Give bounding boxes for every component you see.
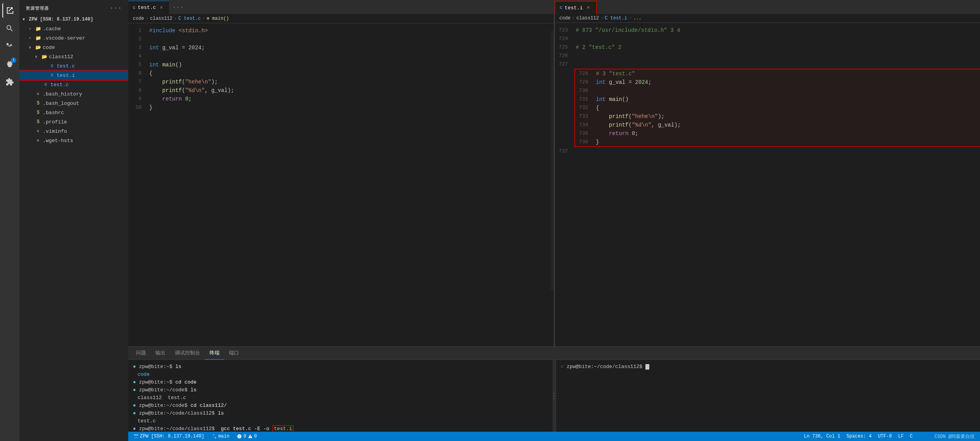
sidebar-item-viminfo[interactable]: ≡ .viminfo [19,127,128,136]
dollar-file-icon-2: $ [35,109,41,116]
test-c-2-label: test.c [51,82,69,88]
editor-split: code › class112 › C test.c › ⊕ main() [128,14,980,346]
status-watermark: CSDN @阿森要自信 [932,433,977,440]
status-line-ending[interactable]: LF [896,434,906,439]
tab-test-c-close[interactable]: × [158,5,164,11]
right-line-733: 733 printf("hehe\n"); [574,112,980,121]
left-tabs-more[interactable]: ··· [169,1,187,14]
term-line-8: test.c [133,417,548,425]
panel-content: ● zpw@bite:~$ ls code ● zpw@bite:~$ cd c… [128,360,980,432]
dollar-file-icon-1: $ [35,100,41,106]
warning-icon [248,434,253,439]
tab-test-c-icon: C [133,5,136,10]
sidebar-item-vscode-server[interactable]: › 📁 .vscode-server [19,33,128,43]
vscode-server-arrow: › [29,36,35,40]
sidebar-item-bashrc[interactable]: $ .bashrc [19,108,128,117]
right-code-editor[interactable]: 723 # 873 "/usr/include/stdio.h" 3 4 724… [555,23,980,346]
code-line-7: 7 printf("hehe\n"); [128,78,554,86]
right-terminal[interactable]: ○ zpw@bite:~/code/class112$ [556,360,980,432]
sidebar-item-class112[interactable]: ∨ 📂 class112 [19,52,128,61]
source-control-icon[interactable] [2,39,17,54]
term-line-2: code [133,371,548,378]
term-dot-1: ● [133,364,136,370]
code-line-5: 5 int main() [128,61,554,69]
code-line-8: 8 printf("%d\n", g_val); [128,86,554,95]
status-bar: ZPW [SSH: 8.137.19.140] main 0 0 Ln 736,… [128,432,980,441]
panel-tab-terminal[interactable]: 终端 [205,347,224,360]
sidebar-item-bash-history[interactable]: ≡ .bash_history [19,89,128,99]
tab-test-i-close[interactable]: × [585,5,591,11]
status-ln-col-label: Ln 736, Col 1 [804,434,840,439]
editor-area: C test.c × ··· C test.i × [128,0,980,441]
debug-icon[interactable]: 1 [2,57,17,71]
search-icon[interactable] [2,21,17,36]
c-file-icon-1: C [49,63,55,69]
right-line-731: 731 int main() [574,95,980,104]
status-watermark-label: CSDN @阿森要自信 [935,433,975,440]
status-errors-label: 0 [243,434,246,439]
sidebar-item-code[interactable]: ∨ 📂 code [19,43,128,52]
sidebar-item-test-i[interactable]: C test.i [19,71,128,80]
status-branch[interactable]: main [210,432,232,441]
tabs-row: C test.c × ··· C test.i × [128,0,980,14]
status-ssh[interactable]: ZPW [SSH: 8.137.19.140] [131,432,207,441]
status-language[interactable]: C [908,434,915,439]
status-errors[interactable]: 0 0 [235,432,259,441]
term-line-1: ● zpw@bite:~$ ls [133,363,548,371]
panel-tab-ports[interactable]: 端口 [224,347,244,360]
status-spaces[interactable]: Spaces: 4 [844,434,874,439]
right-line-737: 737 [555,147,980,156]
sidebar-item-test-c-1[interactable]: C test.c [19,61,128,71]
vscode-server-label: .vscode-server [43,35,85,41]
sidebar-item-wget-hsts[interactable]: ≡ .wget-hsts [19,136,128,145]
term-line-3: ● zpw@bite:~$ cd code [133,378,548,386]
code-arrow: ∨ [29,45,35,50]
panel-tab-debug[interactable]: 调试控制台 [170,347,205,360]
panel-tab-issues[interactable]: 问题 [131,347,151,360]
term-dot-5: ● [133,410,136,416]
term-line-5: class112 test.c [133,394,548,402]
cache-label: .cache [43,26,61,32]
sidebar-more-button[interactable]: ··· [110,5,122,12]
editor-content: code › class112 › C test.c › ⊕ main() [128,14,980,432]
sidebar-item-cache[interactable]: › 📁 .cache [19,24,128,33]
status-language-label: C [910,434,913,439]
left-editor-pane: code › class112 › C test.c › ⊕ main() [128,14,554,346]
status-ln-col[interactable]: Ln 736, Col 1 [802,434,843,439]
status-encoding[interactable]: UTF-8 [875,434,894,439]
status-line-ending-label: LF [898,434,903,439]
sidebar-item-bash-logout[interactable]: $ .bash_logout [19,99,128,108]
code-line-6: 6 { [128,69,554,78]
bc-right-class112: class112 [577,16,599,21]
code-line-2: 2 [128,35,554,43]
tab-test-c[interactable]: C test.c × [128,1,169,14]
extensions-icon[interactable] [2,75,17,89]
test-i-label: test.i [57,73,75,78]
activity-bar: 1 [0,0,19,441]
tab-test-i[interactable]: C test.i × [555,1,597,14]
right-line-724: 724 [555,35,980,43]
tab-test-i-icon: C [560,5,563,10]
left-minimap [551,23,554,346]
td-dot-1 [553,392,555,394]
panel-tab-output[interactable]: 输出 [151,347,170,360]
right-line-727: 727 [555,60,980,69]
left-terminal[interactable]: ● zpw@bite:~$ ls code ● zpw@bite:~$ cd c… [128,360,553,432]
right-line-723: 723 # 873 "/usr/include/stdio.h" 3 4 [555,26,980,35]
sidebar-item-profile[interactable]: $ .profile [19,117,128,127]
explorer-icon[interactable] [2,3,17,18]
terminal-divider[interactable] [553,360,556,432]
viminfo-label: .viminfo [43,128,67,134]
status-encoding-label: UTF-8 [878,434,892,439]
sidebar-root[interactable]: ▼ ZPW [SSH: 8.137.19.140] [19,15,128,24]
list-file-icon-2: ≡ [35,128,41,134]
code-line-4: 4 [128,52,554,61]
status-branch-label: main [218,434,230,439]
right-breadcrumb: code › class112 › C test.i › ... [555,14,980,23]
left-code-editor[interactable]: 1 #include <stdio.h> 2 3 int g_val = 202… [128,23,554,346]
minimap-content [551,31,554,290]
error-icon [237,434,242,439]
bc-right-dots: ... [633,16,642,21]
right-line-729: 729 int g_val = 2024; [574,78,980,87]
sidebar-item-test-c-2[interactable]: C test.c [19,80,128,89]
